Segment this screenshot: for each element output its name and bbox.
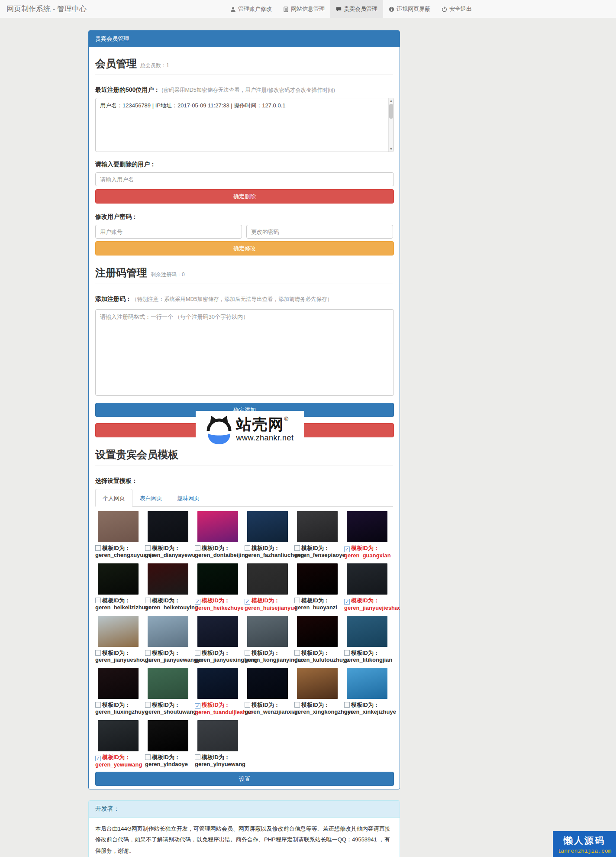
- template-thumbnail[interactable]: [98, 511, 139, 542]
- template-thumbnail[interactable]: [347, 563, 387, 595]
- template-name: geren_yindaoye: [145, 761, 195, 768]
- template-thumbnail[interactable]: [148, 616, 188, 647]
- template-thumbnail[interactable]: [247, 668, 288, 699]
- regcode-section-title-text: 注册码管理: [95, 267, 147, 278]
- template-checkbox[interactable]: ✓: [195, 703, 200, 709]
- tab-confession-pages[interactable]: 表白网页: [132, 489, 170, 507]
- template-name: geren_wenzijianxian: [245, 708, 294, 715]
- template-name: geren_fazhanliucheng: [245, 552, 294, 559]
- template-thumbnail[interactable]: [247, 511, 288, 542]
- template-checkbox[interactable]: [145, 702, 151, 708]
- template-checkbox[interactable]: ✓: [95, 756, 101, 761]
- template-section-title: 设置贵宾会员模板: [95, 448, 393, 466]
- template-id-label: 模板ID为：: [152, 754, 180, 760]
- account-input[interactable]: [95, 225, 242, 239]
- template-checkbox[interactable]: ✓: [344, 599, 350, 605]
- template-id-label: 模板ID为：: [152, 597, 180, 604]
- template-thumbnail[interactable]: [297, 563, 338, 595]
- template-checkbox[interactable]: [245, 545, 250, 551]
- regcode-section-title: 注册码管理剩余注册码：0: [95, 266, 393, 284]
- template-thumbnail[interactable]: [148, 511, 188, 542]
- template-checkbox[interactable]: [95, 702, 101, 708]
- template-cell: 模板ID为： geren_xingkongzhuye: [294, 668, 344, 716]
- template-thumbnail[interactable]: [347, 668, 387, 699]
- template-thumbnail[interactable]: [347, 511, 387, 542]
- template-checkbox[interactable]: [195, 545, 200, 551]
- user-list-box[interactable]: 用户名：123456789 | IP地址：2017-05-09 11:27:33…: [95, 98, 394, 152]
- template-checkbox[interactable]: [245, 650, 250, 656]
- delete-user-input[interactable]: [95, 172, 394, 186]
- template-thumbnail[interactable]: [148, 720, 188, 751]
- template-checkbox[interactable]: ✓: [195, 599, 200, 605]
- tab-personal-pages[interactable]: 个人网页: [95, 489, 132, 507]
- template-cell: 模板ID为： geren_dontaibeijing: [195, 511, 245, 559]
- template-checkbox[interactable]: [95, 545, 101, 551]
- template-checkbox[interactable]: [344, 702, 350, 708]
- template-thumbnail[interactable]: [197, 720, 238, 751]
- template-checkbox[interactable]: [145, 754, 151, 760]
- template-cell: 模板ID为： geren_chengxuyuanjs: [95, 511, 145, 559]
- confirm-delete-button[interactable]: 确定删除: [95, 189, 394, 204]
- set-template-button[interactable]: 设置: [95, 772, 394, 786]
- template-checkbox[interactable]: [294, 650, 300, 656]
- template-checkbox[interactable]: [95, 598, 101, 603]
- template-thumbnail[interactable]: [247, 616, 288, 647]
- member-count: 总会员数：1: [140, 62, 169, 68]
- nav-item-logout[interactable]: 安全退出: [436, 0, 477, 18]
- template-checkbox[interactable]: [344, 650, 350, 656]
- tab-fun-pages[interactable]: 趣味网页: [170, 489, 207, 507]
- nav-item-label: 管理账户修改: [238, 5, 272, 13]
- template-thumbnail[interactable]: [197, 668, 238, 699]
- template-thumbnail[interactable]: [297, 511, 338, 542]
- scrollbar[interactable]: ▲ ▼: [388, 98, 393, 152]
- template-checkbox[interactable]: [294, 702, 300, 708]
- lanren-watermark: 懒人源码 lanrenzhijia.com: [553, 831, 616, 857]
- template-thumbnail[interactable]: [197, 563, 238, 595]
- template-cell: ✓模板ID为： geren_jianyuejieshao: [344, 563, 394, 611]
- template-cell: 模板ID为： geren_shoutuwang: [145, 668, 195, 716]
- template-checkbox[interactable]: ✓: [245, 599, 250, 605]
- confirm-modify-button[interactable]: 确定修改: [95, 241, 394, 255]
- template-checkbox[interactable]: [294, 545, 300, 551]
- template-thumbnail[interactable]: [98, 616, 139, 647]
- scrollbar-thumb[interactable]: [389, 104, 393, 119]
- nav-item-account-edit[interactable]: 管理账户修改: [225, 0, 277, 18]
- template-checkbox[interactable]: [145, 650, 151, 656]
- new-password-input[interactable]: [246, 225, 393, 239]
- template-id-line: ✓模板ID为：: [195, 597, 245, 605]
- template-checkbox[interactable]: [95, 650, 101, 656]
- nav-item-block-pages[interactable]: 违规网页屏蔽: [383, 0, 436, 18]
- template-thumbnail[interactable]: [148, 563, 188, 595]
- regcode-textarea[interactable]: [95, 309, 394, 396]
- comment-icon: [336, 6, 342, 12]
- template-thumbnail[interactable]: [148, 668, 188, 699]
- template-cell: 模板ID为： geren_fensepiaoye: [294, 511, 344, 559]
- scroll-up-icon[interactable]: ▲: [389, 98, 393, 103]
- template-checkbox[interactable]: [195, 754, 200, 760]
- template-id-label: 模板ID为：: [252, 702, 280, 708]
- template-name: geren_tuanduijieshao: [195, 709, 245, 716]
- nav-item-vip-member[interactable]: 贵宾会员管理: [330, 0, 383, 18]
- template-thumbnail[interactable]: [297, 616, 338, 647]
- template-checkbox[interactable]: [145, 545, 151, 551]
- template-thumbnail[interactable]: [98, 668, 139, 699]
- user-list-entry: 用户名：123456789 | IP地址：2017-05-09 11:27:33…: [96, 98, 393, 113]
- scroll-down-icon[interactable]: ▼: [389, 146, 393, 152]
- template-thumbnail[interactable]: [347, 616, 387, 647]
- template-checkbox[interactable]: [145, 598, 151, 603]
- template-thumbnail[interactable]: [197, 511, 238, 542]
- template-checkbox[interactable]: [245, 702, 250, 708]
- template-thumbnail[interactable]: [98, 563, 139, 595]
- template-checkbox[interactable]: [294, 598, 300, 603]
- template-thumbnail[interactable]: [98, 720, 139, 751]
- lanren-name: 懒人源码: [553, 834, 616, 847]
- template-checkbox[interactable]: [195, 650, 200, 656]
- template-thumbnail[interactable]: [247, 563, 288, 595]
- template-thumbnail[interactable]: [197, 616, 238, 647]
- template-thumbnail[interactable]: [297, 668, 338, 699]
- template-cell: 模板ID为： geren_kulutouzhuye: [294, 616, 344, 663]
- template-id-label: 模板ID为：: [102, 597, 130, 604]
- template-checkbox[interactable]: ✓: [344, 547, 350, 552]
- template-id-label: 模板ID为：: [351, 597, 379, 604]
- nav-item-site-info[interactable]: 网站信息管理: [277, 0, 330, 18]
